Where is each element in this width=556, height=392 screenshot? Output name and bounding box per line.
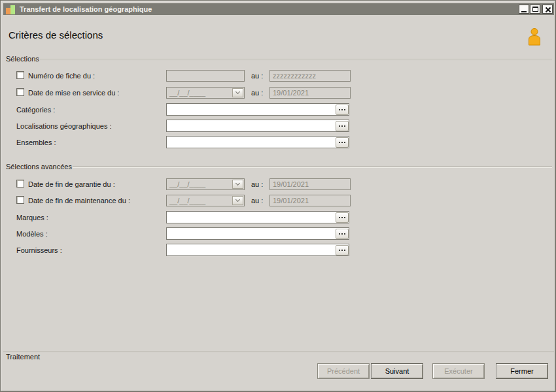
chevron-down-icon [235,197,240,202]
date-fin-maintenance-combo: __/__/____ [166,195,245,206]
titlebar[interactable]: Transfert de localisation géographique [3,3,554,15]
date-mise-en-service-mask: __/__/____ [169,89,205,97]
date-mise-en-service-dropdown-button[interactable] [232,88,243,97]
page-title: Critères de sélections [9,29,103,41]
ellipsis-icon [341,233,343,235]
selections-avancees-group-label: Sélections avancées [6,163,72,171]
localisations-lookup-button[interactable] [336,121,349,131]
executer-button: Exécuter [432,363,485,379]
ellipsis-icon [341,142,343,143]
ensembles-input[interactable] [166,136,349,148]
maximize-icon [532,7,538,12]
minimize-button[interactable] [519,5,529,14]
date-fin-maintenance-checkbox[interactable] [16,196,24,204]
date-mise-en-service-label: Date de mise en service du : [28,89,119,97]
fournisseurs-lookup-button[interactable] [336,245,349,255]
date-mise-en-service-au-label: au : [251,89,263,97]
date-fin-maintenance-mask: __/__/____ [169,197,205,204]
localisations-input[interactable] [166,120,349,132]
ensembles-label: Ensembles : [16,139,56,146]
chevron-down-icon [235,181,240,186]
fermer-button[interactable]: Fermer [496,363,548,379]
precedent-button: Précédent [317,363,370,379]
traitement-separator-line [3,351,554,351]
minimize-icon [521,11,527,12]
modeles-lookup-button[interactable] [336,229,349,239]
marques-label: Marques : [16,214,48,221]
ensembles-lookup-button[interactable] [336,137,349,148]
date-fin-garantie-combo: __/__/____ [166,178,245,190]
app-icon-green-bar [10,5,15,14]
categories-label: Catégories : [16,106,55,114]
app-icon [6,5,16,14]
close-icon [545,7,551,12]
date-fin-garantie-to-input [269,178,351,190]
categories-input[interactable] [166,103,349,116]
marques-input[interactable] [166,211,349,223]
chevron-down-icon [235,90,240,94]
numero-fiche-checkbox[interactable] [16,71,24,79]
categories-lookup-button[interactable] [336,105,349,115]
modeles-label: Modèles : [16,230,48,238]
maximize-button[interactable] [530,5,540,14]
selections-avancees-group-line [73,167,552,167]
numero-fiche-au-label: au : [251,72,263,80]
ellipsis-icon [341,125,343,127]
ellipsis-icon [341,109,343,110]
date-fin-garantie-checkbox[interactable] [16,180,24,188]
numero-fiche-label: Numéro de fiche du : [28,72,95,80]
date-fin-garantie-label: Date de fin de garantie du : [28,180,115,188]
window-controls [518,5,553,14]
date-fin-maintenance-label: Date de fin de maintenance du : [28,197,130,204]
date-fin-maintenance-dropdown-button[interactable] [232,196,243,205]
date-mise-en-service-to-input [269,87,351,99]
ellipsis-icon [341,250,343,251]
window-title: Transfert de localisation géographique [20,5,152,13]
selections-group-label: Sélections [6,55,39,63]
date-fin-maintenance-au-label: au : [251,197,263,204]
suivant-button[interactable]: Suivant [371,363,423,379]
modeles-input[interactable] [166,227,349,240]
user-person-icon [527,28,542,46]
traitement-group-label: Traitement [6,353,40,361]
date-mise-en-service-checkbox[interactable] [16,88,24,96]
date-fin-maintenance-to-input [269,195,351,206]
date-mise-en-service-combo: __/__/____ [166,87,245,99]
close-button[interactable] [542,5,553,14]
marques-lookup-button[interactable] [336,212,349,223]
fournisseurs-input[interactable] [166,244,349,256]
date-fin-garantie-au-label: au : [251,180,263,188]
selections-group-line [40,59,552,59]
numero-fiche-from-input [166,70,245,82]
numero-fiche-to-input [269,70,351,82]
app-icon-orange-bar [6,8,10,14]
date-fin-garantie-mask: __/__/____ [169,180,205,188]
date-fin-garantie-dropdown-button[interactable] [232,180,243,189]
localisations-label: Localisations géographiques : [16,122,112,130]
ellipsis-icon [341,217,343,218]
fournisseurs-label: Fournisseurs : [16,246,62,254]
transfer-dialog-window: Transfert de localisation géographique C… [0,0,556,392]
